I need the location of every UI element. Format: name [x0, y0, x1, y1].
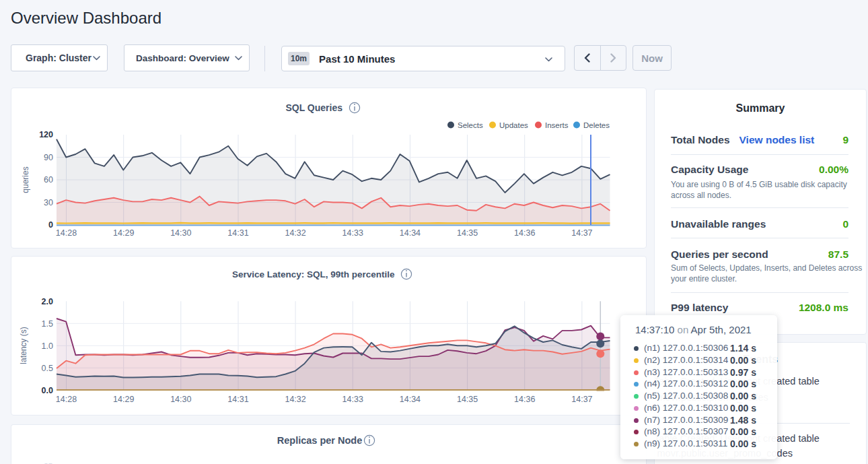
svg-text:14:37: 14:37 — [571, 228, 592, 238]
svg-text:14:30: 14:30 — [170, 228, 191, 238]
svg-text:14:30: 14:30 — [170, 395, 191, 404]
svg-text:14:34: 14:34 — [400, 395, 421, 404]
svg-text:SQL Queries: SQL Queries — [285, 102, 342, 113]
svg-text:60: 60 — [44, 175, 53, 185]
svg-text:14:32: 14:32 — [285, 228, 305, 238]
svg-text:0.5: 0.5 — [42, 364, 53, 373]
svg-text:120: 120 — [39, 130, 53, 139]
svg-text:latency (s): latency (s) — [19, 327, 28, 364]
svg-text:2.0: 2.0 — [42, 297, 53, 306]
svg-text:14:28: 14:28 — [56, 395, 77, 404]
svg-text:14:35: 14:35 — [457, 395, 478, 404]
svg-text:14:31: 14:31 — [227, 228, 248, 238]
svg-text:30: 30 — [44, 198, 53, 207]
svg-text:queries: queries — [21, 166, 30, 193]
svg-text:14:33: 14:33 — [342, 395, 363, 404]
svg-text:Inserts: Inserts — [545, 121, 569, 129]
svg-text:14:34: 14:34 — [400, 228, 421, 238]
svg-text:0: 0 — [48, 220, 53, 230]
svg-text:1.0: 1.0 — [42, 341, 53, 351]
svg-text:14:36: 14:36 — [514, 395, 535, 404]
svg-text:Service Latency: SQL, 99th per: Service Latency: SQL, 99th percentile — [232, 269, 395, 279]
svg-text:14:29: 14:29 — [113, 395, 134, 404]
svg-text:Replicas per Node: Replicas per Node — [277, 435, 363, 446]
svg-text:14:29: 14:29 — [113, 228, 134, 238]
svg-text:0.0: 0.0 — [42, 386, 53, 395]
svg-text:14:33: 14:33 — [342, 228, 363, 238]
svg-text:14:37: 14:37 — [571, 395, 592, 404]
svg-text:90: 90 — [44, 153, 53, 162]
svg-text:14:28: 14:28 — [56, 228, 77, 238]
svg-text:1.5: 1.5 — [42, 319, 53, 329]
svg-text:14:32: 14:32 — [285, 395, 305, 404]
svg-text:14:31: 14:31 — [227, 395, 248, 404]
svg-text:14:36: 14:36 — [514, 228, 535, 238]
svg-text:14:35: 14:35 — [457, 228, 478, 238]
svg-text:Deletes: Deletes — [583, 121, 610, 129]
svg-text:Selects: Selects — [458, 121, 483, 129]
svg-text:Updates: Updates — [499, 121, 528, 129]
